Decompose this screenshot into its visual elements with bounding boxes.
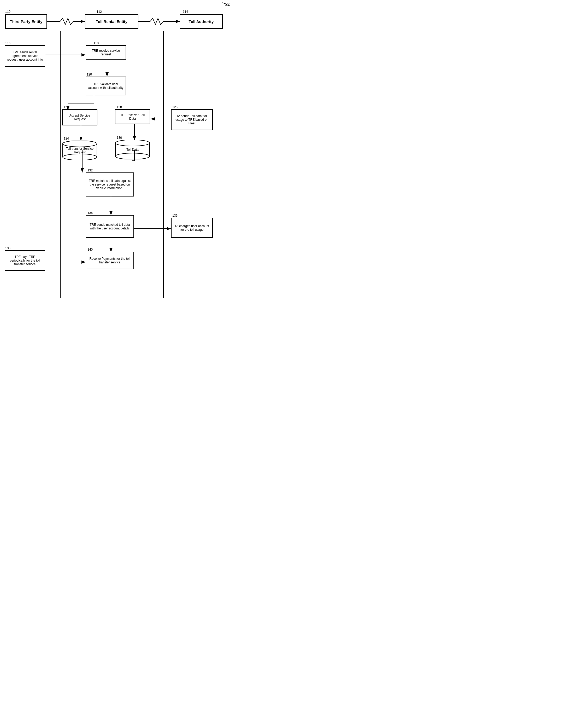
arrow-126-128: [150, 116, 172, 122]
ref-110: 110: [5, 10, 10, 14]
ref-116: 116: [5, 41, 10, 45]
ref-128: 128: [117, 105, 122, 109]
node-138-label: TPE pays TRE periodically for the toll t…: [7, 255, 43, 266]
node-118-label: TRE receive service request: [88, 49, 124, 56]
svg-line-0: [223, 3, 230, 6]
node-128: TRE receives Toll Data: [115, 109, 150, 124]
node-126-label: TA sends Toll data/ toll usage to TRE ba…: [173, 114, 211, 125]
node-132-label: TRE matches toll data against the servic…: [88, 179, 132, 190]
node-118: TRE receive service request: [86, 45, 126, 60]
arrow-138-140: [45, 260, 86, 265]
entity-tre-label: Toll Rental Entity: [96, 19, 127, 24]
node-134-label: TRE sends matched toll data with the use…: [88, 223, 132, 230]
node-128-label: TRE receives Toll Data: [117, 113, 148, 120]
node-130-label: Toll Data: [126, 148, 139, 152]
ref-136: 136: [172, 214, 177, 217]
ref-112: 112: [96, 10, 102, 14]
node-122-label: Accept Service Request: [64, 114, 95, 121]
arrow-134-140: [108, 238, 114, 253]
ref-114: 114: [183, 10, 188, 14]
zigzag-tre-ta: [138, 15, 180, 29]
zigzag-tpe-tre: [47, 15, 85, 29]
arrow-118-120: [105, 60, 110, 77]
diagram-container: 100 110 Third Party Entity 112 Toll Rent…: [0, 0, 235, 298]
ref-118: 118: [93, 41, 99, 45]
node-140: Receive Payments for the toll transfer s…: [86, 252, 134, 269]
swimlane-ext-2: [163, 271, 164, 281]
node-116-label: TPE sends rental agreement, service requ…: [7, 50, 43, 61]
entity-tpe-label: Third Party Entity: [10, 19, 42, 24]
node-132: TRE matches toll data against the servic…: [86, 172, 134, 196]
arrow-120-122: [65, 96, 95, 111]
arrow-122-124: [78, 126, 84, 142]
node-138: TPE pays TRE periodically for the toll t…: [5, 250, 45, 271]
node-120: TRE validate user account with toll auth…: [86, 77, 126, 96]
node-136: TA charges user account for the toll usa…: [171, 218, 213, 238]
node-126: TA sends Toll data/ toll usage to TRE ba…: [171, 109, 213, 130]
arrow-132-134: [108, 196, 114, 216]
node-136-label: TA charges user account for the toll usa…: [173, 224, 211, 232]
entity-tre: Toll Rental Entity: [85, 15, 138, 29]
swimlane-ext-1: [60, 271, 61, 281]
node-124-label: Toll transfer Service Request: [62, 147, 97, 154]
node-134: TRE sends matched toll data with the use…: [86, 215, 134, 238]
ref-130: 130: [117, 136, 122, 139]
ref-126: 126: [172, 105, 177, 109]
arrow-100: [220, 1, 230, 6]
arrow-134-136: [134, 226, 172, 231]
entity-tpe: Third Party Entity: [5, 15, 47, 29]
node-120-label: TRE validate user account with toll auth…: [88, 82, 124, 90]
node-122: Accept Service Request: [62, 109, 97, 126]
swimlane-line-2: [163, 31, 164, 298]
ref-138: 138: [5, 246, 10, 250]
arrow-130-132: [132, 150, 137, 174]
ref-120: 120: [87, 73, 92, 76]
entity-ta-label: Toll Authority: [189, 19, 214, 24]
entity-ta: Toll Authority: [180, 15, 223, 29]
swimlane-line-1: [60, 31, 61, 298]
arrow-116-118: [45, 52, 86, 57]
ref-134: 134: [87, 211, 93, 215]
node-140-label: Receive Payments for the toll transfer s…: [88, 257, 132, 264]
ref-140: 140: [87, 248, 93, 251]
ref-124: 124: [64, 137, 69, 140]
node-116: TPE sends rental agreement, service requ…: [5, 45, 45, 66]
arrow-128-130: [132, 124, 137, 141]
